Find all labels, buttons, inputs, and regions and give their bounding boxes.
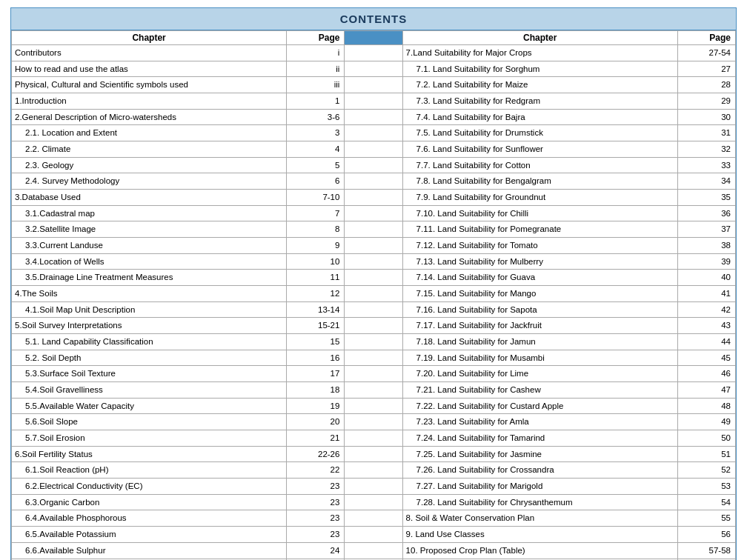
right-page-cell: 57-58 [677, 542, 735, 559]
left-page-cell: 8 [287, 221, 345, 238]
left-page-cell: 11 [287, 270, 345, 286]
left-chapter-cell: 5.2. Soil Depth [12, 350, 287, 366]
left-page-cell: 6 [287, 173, 345, 190]
table-row: 6.4.Available Phosphorous238. Soil & Wat… [12, 510, 736, 527]
left-page-cell: 21 [287, 430, 345, 447]
table-row: 5.1. Land Capability Classification157.1… [12, 334, 736, 350]
column-divider [345, 350, 402, 366]
column-divider [345, 494, 402, 510]
left-page-cell: i [287, 45, 345, 61]
table-row: 3.5.Drainage Line Treatment Measures117.… [12, 270, 736, 286]
left-chapter-cell: 6.4.Available Phosphorous [12, 510, 287, 527]
left-chapter-cell: 3.3.Current Landuse [12, 238, 287, 254]
table-row: Contributorsi7.Land Suitability for Majo… [12, 45, 736, 61]
right-page-cell: 52 [677, 462, 735, 479]
table-row: 6.Soil Fertility Status22-267.25. Land S… [12, 446, 736, 462]
column-divider [345, 398, 402, 414]
left-page-cell: 19 [287, 398, 345, 414]
column-divider [345, 479, 402, 495]
right-chapter-cell: 7.21. Land Suitability for Cashew [402, 382, 677, 399]
left-chapter-header: Chapter [12, 31, 287, 45]
left-chapter-cell: 1.Introduction [12, 93, 287, 110]
right-page-cell: 45 [677, 350, 735, 366]
right-page-cell: 39 [677, 253, 735, 270]
column-divider [345, 109, 402, 125]
right-chapter-cell: 7.17. Land Suitability for Jackfruit [402, 318, 677, 334]
left-chapter-cell: 5.Soil Survey Interpretations [12, 318, 287, 334]
column-divider [345, 141, 402, 158]
right-page-cell: 53 [677, 479, 735, 495]
right-chapter-cell: 7.6. Land Suitability for Sunflower [402, 141, 677, 158]
column-divider [345, 366, 402, 382]
right-chapter-cell: 7.26. Land Suitability for Crossandra [402, 462, 677, 479]
left-page-cell: 3 [287, 125, 345, 141]
left-chapter-cell: 6.2.Electrical Conductivity (EC) [12, 479, 287, 495]
left-chapter-cell: 3.Database Used [12, 190, 287, 206]
table-row: 6.6.Available Sulphur2410. Proposed Crop… [12, 542, 736, 559]
column-divider [345, 318, 402, 334]
right-chapter-cell: 7.9. Land Suitability for Groundnut [402, 190, 677, 206]
header-row: Chapter Page Chapter Page [12, 31, 736, 45]
left-page-cell: 9 [287, 238, 345, 254]
right-page-cell: 55 [677, 510, 735, 527]
right-chapter-cell: 8. Soil & Water Conservation Plan [402, 510, 677, 527]
right-chapter-cell: 7.18. Land Suitability for Jamun [402, 334, 677, 350]
table-row: 2.1. Location and Extent37.5. Land Suita… [12, 125, 736, 141]
right-chapter-cell: 10. Proposed Crop Plan (Table) [402, 542, 677, 559]
column-divider [345, 173, 402, 190]
right-chapter-cell: 7.15. Land Suitability for Mango [402, 286, 677, 302]
column-divider [345, 157, 402, 173]
right-page-cell: 56 [677, 527, 735, 543]
table-row: 4.The Soils127.15. Land Suitability for … [12, 286, 736, 302]
table-row: 5.6.Soil Slope207.23. Land Suitability f… [12, 414, 736, 430]
right-page-cell: 32 [677, 141, 735, 158]
left-page-cell: 4 [287, 141, 345, 158]
right-page-cell: 50 [677, 430, 735, 447]
right-chapter-cell: 7.22. Land Suitability for Custard Apple [402, 398, 677, 414]
left-chapter-cell: 5.6.Soil Slope [12, 414, 287, 430]
column-divider [345, 527, 402, 543]
left-chapter-cell: How to read and use the atlas [12, 61, 287, 77]
right-chapter-cell: 9. Land Use Classes [402, 527, 677, 543]
left-chapter-cell: 3.4.Location of Wells [12, 253, 287, 270]
right-page-cell: 54 [677, 494, 735, 510]
left-page-cell: 5 [287, 157, 345, 173]
left-chapter-cell: 4.1.Soil Map Unit Description [12, 301, 287, 318]
table-row: 3.2.Satellite Image87.11. Land Suitabili… [12, 221, 736, 238]
right-page-cell: 34 [677, 173, 735, 190]
column-divider [345, 253, 402, 270]
right-page-cell: 33 [677, 157, 735, 173]
left-page-cell: 23 [287, 510, 345, 527]
left-chapter-cell: 2.3. Geology [12, 157, 287, 173]
left-page-cell: 18 [287, 382, 345, 399]
table-row: 4.1.Soil Map Unit Description13-147.16. … [12, 301, 736, 318]
table-row: 3.4.Location of Wells107.13. Land Suitab… [12, 253, 736, 270]
left-chapter-cell: 6.6.Available Sulphur [12, 542, 287, 559]
right-chapter-cell: 7.16. Land Suitability for Sapota [402, 301, 677, 318]
column-divider [345, 446, 402, 462]
table-row: 6.2.Electrical Conductivity (EC)237.27. … [12, 479, 736, 495]
table-row: 2.2. Climate47.6. Land Suitability for S… [12, 141, 736, 158]
left-chapter-cell: 6.3.Organic Carbon [12, 494, 287, 510]
contents-table: Chapter Page Chapter Page Contributorsi7… [11, 30, 736, 560]
divider [345, 31, 402, 45]
left-page-cell: 23 [287, 527, 345, 543]
left-chapter-cell: 2.4. Survey Methodology [12, 173, 287, 190]
column-divider [345, 430, 402, 447]
left-page-cell: 16 [287, 350, 345, 366]
left-chapter-cell: 2.General Description of Micro-watershed… [12, 109, 287, 125]
right-chapter-cell: 7.19. Land Suitability for Musambi [402, 350, 677, 366]
column-divider [345, 542, 402, 559]
left-chapter-cell: 3.5.Drainage Line Treatment Measures [12, 270, 287, 286]
left-chapter-cell: 4.The Soils [12, 286, 287, 302]
right-chapter-cell: 7.3. Land Suitability for Redgram [402, 93, 677, 110]
table-row: 6.1.Soil Reaction (pH)227.26. Land Suita… [12, 462, 736, 479]
column-divider [345, 270, 402, 286]
right-page-header: Page [677, 31, 735, 45]
column-divider [345, 93, 402, 110]
right-chapter-cell: 7.23. Land Suitability for Amla [402, 414, 677, 430]
right-chapter-cell: 7.4. Land Suitability for Bajra [402, 109, 677, 125]
left-page-cell: 17 [287, 366, 345, 382]
column-divider [345, 510, 402, 527]
page-title: CONTENTS [11, 8, 736, 30]
